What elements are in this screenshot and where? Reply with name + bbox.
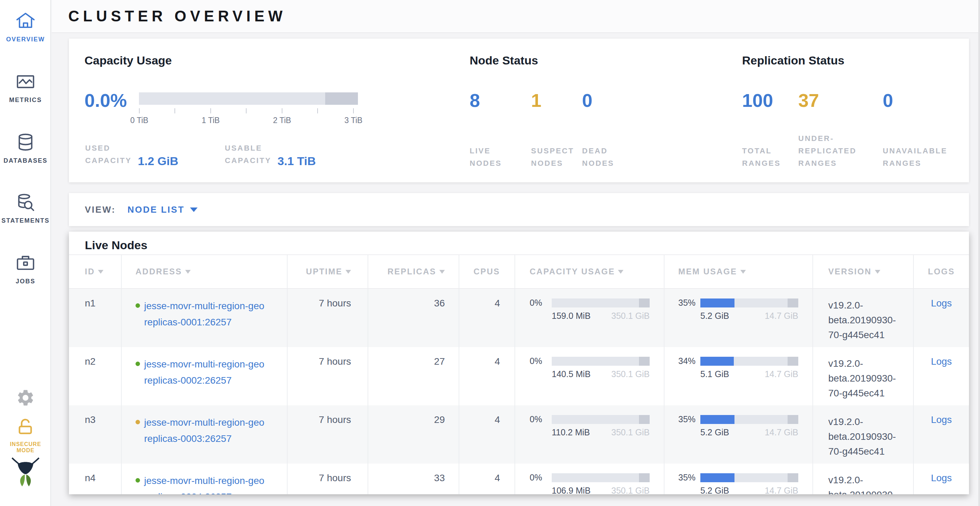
view-dropdown[interactable]: NODE LIST bbox=[127, 205, 198, 215]
column-header-cpus: CPUS bbox=[459, 255, 515, 288]
settings-gear[interactable] bbox=[0, 388, 51, 411]
node-cpus: 4 bbox=[495, 356, 500, 367]
capacity-usage-meter: 0% bbox=[530, 414, 664, 424]
column-header-capacity-usage[interactable]: CAPACITY USAGE bbox=[515, 255, 665, 288]
jobs-icon bbox=[0, 252, 51, 275]
node-uptime: 7 hours bbox=[319, 298, 351, 308]
capacity-axis-tick: 3 TiB bbox=[344, 116, 363, 125]
node-uptime: 7 hours bbox=[319, 414, 351, 425]
node-uptime: 7 hours bbox=[319, 356, 351, 367]
live-nodes-stat: 8 LIVE NODES bbox=[470, 91, 531, 170]
node-status-title: Node Status bbox=[470, 54, 538, 67]
table-body: n1 jesse-movr-multi-region-georeplicas-0… bbox=[69, 289, 969, 494]
sidebar-item-label: DATABASES bbox=[0, 157, 51, 164]
node-address-link[interactable]: jesse-movr-multi-region-georeplicas-0003… bbox=[144, 414, 264, 447]
live-nodes-table: ID ADDRESS UPTIME REPLICAS CPUS CAPACITY… bbox=[69, 254, 969, 494]
suspect-nodes-stat: 1 SUSPECT NODES bbox=[531, 91, 582, 170]
replication-status-section: Replication Status 100 TOTAL RANGES 37 U… bbox=[742, 39, 966, 182]
scrollbar-track[interactable] bbox=[978, 0, 980, 506]
node-address-link[interactable]: jesse-movr-multi-region-georeplicas-0002… bbox=[144, 356, 264, 389]
sidebar-item-label: JOBS bbox=[0, 278, 51, 285]
capacity-usage-meter: 0% bbox=[530, 356, 664, 366]
sidebar-item-metrics[interactable]: METRICS bbox=[0, 71, 51, 104]
usable-capacity-value: 3.1 TiB bbox=[278, 154, 316, 168]
node-status-section: Node Status 8 LIVE NODES 1 SUSPECT NODES bbox=[470, 39, 739, 182]
table-row: n4 jesse-movr-multi-region-georeplicas-0… bbox=[69, 463, 969, 494]
sort-icon bbox=[345, 270, 351, 274]
capacity-bar: 0 TiB 1 TiB 2 TiB 3 TiB bbox=[139, 92, 358, 105]
dead-nodes-stat: 0 DEAD NODES bbox=[582, 91, 641, 170]
node-id: n1 bbox=[85, 298, 95, 308]
node-version: v19.2.0-beta.20190930-70-g445ec41 bbox=[828, 356, 901, 401]
sort-icon bbox=[875, 270, 880, 274]
table-row: n1 jesse-movr-multi-region-georeplicas-0… bbox=[69, 289, 969, 347]
capacity-percent: 0.0% bbox=[84, 91, 139, 109]
sort-icon bbox=[185, 270, 191, 274]
node-replicas: 27 bbox=[434, 356, 445, 367]
sidebar-item-overview[interactable]: OVERVIEW bbox=[0, 10, 51, 43]
used-capacity-value: 1.2 GiB bbox=[138, 154, 178, 168]
node-status-dot bbox=[135, 362, 140, 366]
sidebar-item-databases[interactable]: DATABASES bbox=[0, 132, 51, 164]
sort-icon bbox=[618, 270, 624, 274]
view-dropdown-value: NODE LIST bbox=[127, 205, 185, 215]
table-row: n3 jesse-movr-multi-region-georeplicas-0… bbox=[69, 405, 969, 463]
column-header-id[interactable]: ID bbox=[69, 255, 122, 288]
mem-usage-meter: 35% bbox=[678, 414, 812, 424]
live-nodes-card: Live Nodes ID ADDRESS UPTIME REPLICAS CP… bbox=[69, 232, 969, 494]
capacity-bar-reserved-segment bbox=[325, 92, 358, 105]
node-status-dot bbox=[135, 420, 140, 424]
node-replicas: 29 bbox=[434, 414, 445, 425]
node-status-dot bbox=[135, 303, 140, 308]
column-header-version[interactable]: VERSION bbox=[813, 255, 914, 288]
view-selector-bar: VIEW: NODE LIST bbox=[69, 193, 969, 226]
capacity-axis-tick: 0 TiB bbox=[130, 116, 148, 125]
node-replicas: 33 bbox=[434, 473, 445, 483]
node-id: n3 bbox=[85, 414, 95, 425]
gear-icon bbox=[0, 388, 51, 411]
node-version: v19.2.0-beta.20190930-70-g445ec41 bbox=[828, 414, 901, 459]
unavailable-ranges-stat: 0 UNAVAILABLE RANGES bbox=[883, 91, 955, 170]
cluster-overview-page: OVERVIEW METRICS DATABASES bbox=[0, 0, 980, 506]
databases-icon bbox=[0, 132, 51, 154]
page-title: CLUSTER OVERVIEW bbox=[68, 8, 286, 25]
logs-link[interactable]: Logs bbox=[931, 356, 952, 367]
node-version: v19.2.0-beta.20190930-70-g445ec41 bbox=[828, 473, 901, 494]
capacity-usage-meter: 0% bbox=[530, 473, 664, 482]
column-header-mem-usage[interactable]: MEM USAGE bbox=[665, 255, 813, 288]
statements-icon bbox=[0, 192, 51, 214]
chevron-down-icon bbox=[190, 208, 197, 212]
node-replicas: 36 bbox=[434, 298, 445, 308]
mem-usage-meter: 35% bbox=[678, 298, 812, 308]
home-icon bbox=[0, 10, 51, 33]
sidebar-item-label: OVERVIEW bbox=[0, 36, 51, 43]
capacity-axis-tick: 2 TiB bbox=[273, 116, 291, 125]
logs-link[interactable]: Logs bbox=[931, 473, 952, 483]
mem-usage-meter: 35% bbox=[678, 473, 812, 482]
sort-icon bbox=[98, 270, 103, 274]
usable-capacity-stat: USABLE CAPACITY 3.1 TiB bbox=[225, 142, 316, 167]
metrics-icon bbox=[0, 71, 51, 94]
node-uptime: 7 hours bbox=[319, 473, 351, 483]
node-address-link[interactable]: jesse-movr-multi-region-georeplicas-0001… bbox=[144, 298, 264, 330]
sort-icon bbox=[740, 270, 746, 274]
total-ranges-stat: 100 TOTAL RANGES bbox=[742, 91, 798, 170]
logs-link[interactable]: Logs bbox=[931, 414, 952, 425]
column-header-uptime[interactable]: UPTIME bbox=[288, 255, 368, 288]
column-header-address[interactable]: ADDRESS bbox=[122, 255, 288, 288]
live-nodes-title: Live Nodes bbox=[69, 232, 969, 254]
node-address-link[interactable]: jesse-movr-multi-region-georeplicas-0004… bbox=[144, 473, 264, 494]
view-label: VIEW: bbox=[85, 205, 116, 215]
sidebar-item-statements[interactable]: STATEMENTS bbox=[0, 192, 51, 224]
sidebar-item-jobs[interactable]: JOBS bbox=[0, 252, 51, 285]
cockroach-logo[interactable] bbox=[0, 454, 51, 477]
capacity-usage-meter: 0% bbox=[530, 298, 664, 308]
logs-link[interactable]: Logs bbox=[931, 298, 952, 308]
node-version: v19.2.0-beta.20190930-70-g445ec41 bbox=[828, 298, 901, 342]
node-cpus: 4 bbox=[495, 298, 500, 308]
insecure-mode-label: INSECURE MODE bbox=[0, 441, 51, 454]
capacity-usage-title: Capacity Usage bbox=[84, 54, 172, 67]
column-header-replicas[interactable]: REPLICAS bbox=[368, 255, 459, 288]
mem-usage-meter: 34% bbox=[678, 356, 812, 366]
used-capacity-stat: USED CAPACITY 1.2 GiB bbox=[85, 142, 225, 167]
